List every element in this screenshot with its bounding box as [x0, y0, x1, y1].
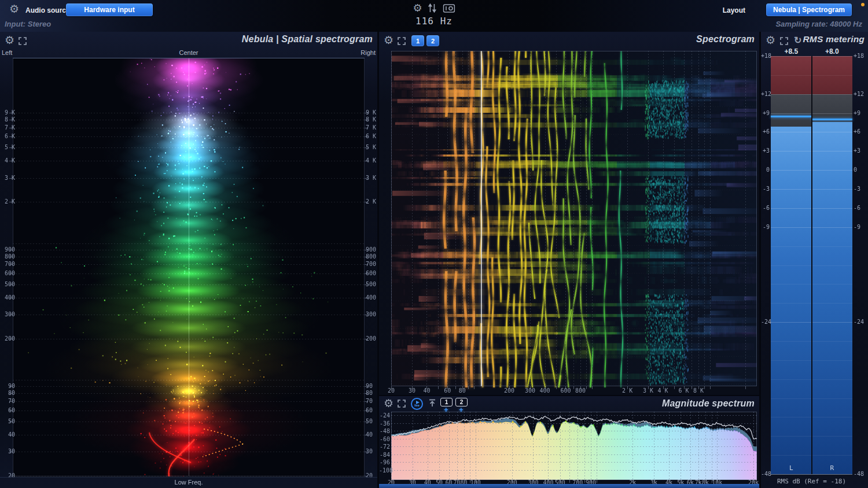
- meter-divider: [811, 56, 812, 474]
- scroll-strip[interactable]: [379, 484, 759, 488]
- hardware-input-button[interactable]: Hardware input: [66, 3, 153, 16]
- fullscreen-icon[interactable]: [18, 36, 27, 46]
- audio-source-gear-icon[interactable]: ⚙: [9, 3, 19, 14]
- low-freq-label: Low Freq.: [175, 479, 203, 486]
- tick-label: 2 K: [366, 198, 377, 205]
- reset-icon[interactable]: ↻: [794, 35, 801, 46]
- tick-label: 5 K: [366, 144, 377, 151]
- tick-label: 900: [366, 246, 377, 253]
- add-overlay-1-button[interactable]: +: [444, 405, 448, 414]
- fullscreen-icon[interactable]: [397, 36, 406, 46]
- spectrogram-panel: ⚙ 1 2 Spectrogram 2030406080200300400600…: [379, 32, 759, 395]
- channel-2-button[interactable]: 2: [426, 35, 439, 46]
- tick-label: 4 K: [652, 387, 675, 394]
- rms-metering-panel: ⚙ ↻ RMS metering +8.5L+8.0R+18+18+12+12+…: [761, 32, 868, 488]
- spatial-spectrogram-plot[interactable]: [0, 58, 377, 478]
- audio-source-label: Audio source: [25, 6, 70, 14]
- scale-label: -9: [854, 224, 865, 231]
- top-bar: ⚙ Audio source Hardware input Input: Ste…: [0, 0, 868, 32]
- tick-label: 30: [2, 448, 15, 455]
- scale-label: -24: [854, 319, 865, 326]
- tick-label: 40: [366, 431, 377, 438]
- scale-label: +18: [854, 53, 865, 60]
- pan-left-label: Left: [2, 49, 12, 56]
- rms-footer: RMS dB (Ref = -18): [761, 478, 862, 485]
- tick-label: 80: [2, 390, 15, 397]
- panel-gear-icon[interactable]: ⚙: [384, 35, 393, 46]
- scale-label: -6: [761, 205, 770, 212]
- live-label: live: [414, 404, 419, 407]
- tick-label: 700: [2, 261, 15, 268]
- fullscreen-icon[interactable]: [779, 36, 789, 46]
- rms-value: +8.5: [784, 47, 798, 56]
- tick-label: 2 K: [616, 387, 639, 394]
- scale-label: -24: [761, 319, 770, 326]
- rms-value: +8.0: [825, 47, 839, 56]
- scale-label: -3: [761, 186, 770, 193]
- panel-title: RMS metering: [803, 34, 865, 45]
- tick-label: 20: [380, 387, 403, 394]
- scale-label: -3: [854, 186, 865, 193]
- frequency-readout: 116 Hz: [415, 16, 453, 27]
- tick-label: 3 K: [366, 175, 377, 182]
- panel-title: Spectrogram: [696, 34, 755, 45]
- sampling-rate-info: Sampling rate: 48000 Hz: [775, 20, 862, 28]
- scale-label: +6: [761, 128, 770, 135]
- scale-label: +18: [761, 53, 770, 60]
- tick-label: -24: [379, 412, 390, 419]
- top-center-group: ⚙ 116 Hz: [413, 2, 455, 27]
- tick-label: 80: [451, 387, 474, 394]
- tick-label: 400: [366, 294, 377, 301]
- tick-label: 8 K: [687, 387, 710, 394]
- tick-label: 200: [366, 335, 377, 342]
- scale-label: +9: [761, 110, 770, 117]
- channel-1-button[interactable]: 1: [411, 35, 424, 46]
- tick-label: 60: [366, 407, 377, 414]
- tick-label: 4 K: [2, 157, 15, 164]
- live-mode-button[interactable]: live: [411, 398, 423, 410]
- meter-idle-zone: [771, 94, 812, 127]
- tick-label: 7 K: [2, 124, 15, 131]
- tick-label: 700: [366, 261, 377, 268]
- tick-label: 600: [366, 270, 377, 277]
- tick-label: 200: [2, 335, 15, 342]
- scale-label: -48: [761, 471, 770, 478]
- meter-idle-zone: [812, 94, 853, 122]
- scale-label: -48: [854, 471, 865, 478]
- tick-label: 9 K: [2, 109, 15, 116]
- add-overlay-2-button[interactable]: +: [459, 405, 464, 414]
- low-freq-bar: Low Freq.: [0, 477, 377, 488]
- settings-gear-icon[interactable]: ⚙: [413, 3, 422, 13]
- sliders-icon[interactable]: [428, 3, 438, 13]
- fullscreen-icon[interactable]: [397, 399, 406, 408]
- scale-label: -9: [761, 224, 770, 231]
- scale-label: -6: [854, 205, 865, 212]
- tick-label: 9 K: [366, 109, 377, 116]
- scale-label: +9: [854, 110, 865, 117]
- tick-label: 400: [534, 387, 557, 394]
- tick-label: 6 K: [2, 133, 15, 140]
- tick-label: 500: [2, 281, 15, 288]
- tick-label: 900: [2, 246, 15, 253]
- io-device-icon[interactable]: [443, 4, 455, 13]
- tick-label: 90: [366, 383, 377, 390]
- scale-label: 0: [761, 167, 770, 173]
- layout-label[interactable]: Layout: [723, 6, 745, 14]
- channel-label: R: [830, 464, 834, 472]
- view-preset-button[interactable]: Nebula | Spectrogram: [766, 3, 852, 16]
- scroll-to-top-icon[interactable]: [428, 398, 437, 408]
- tick-label: 30: [366, 448, 377, 455]
- meter-baseline: [771, 474, 852, 475]
- panel-gear-icon[interactable]: ⚙: [766, 35, 775, 46]
- tick-label: 70: [366, 398, 377, 405]
- tick-label: 2 K: [2, 198, 15, 205]
- magnitude-spectrum-plot[interactable]: [391, 412, 757, 483]
- panel-title: Nebula | Spatial spectrogram: [242, 34, 373, 45]
- tick-label: 8 K: [366, 116, 377, 123]
- tick-label: 50: [366, 418, 377, 425]
- scale-label: 0: [854, 167, 865, 173]
- panel-gear-icon[interactable]: ⚙: [5, 35, 14, 46]
- tick-label: 7 K: [366, 124, 377, 131]
- spectrogram-plot[interactable]: [391, 51, 757, 391]
- panel-gear-icon[interactable]: ⚙: [384, 398, 393, 409]
